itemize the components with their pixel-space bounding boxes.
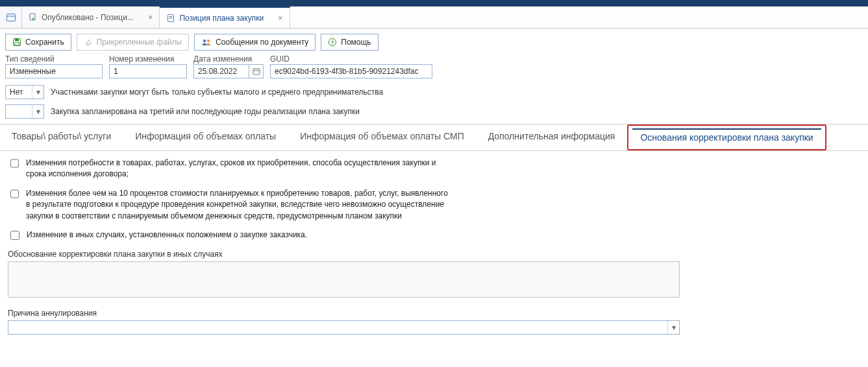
change-date-field[interactable] (193, 64, 249, 78)
checkbox-row-2: Изменения более чем на 10 процентов стои… (8, 188, 449, 222)
svg-text:?: ? (331, 40, 334, 45)
header-fields-row: Тип сведений Номер изменения Дата измене… (0, 54, 868, 81)
guid-field (270, 64, 432, 78)
chevron-down-icon[interactable]: ▾ (667, 321, 679, 334)
guid-label: GUID (270, 54, 432, 64)
checkbox-needs-change[interactable] (10, 159, 19, 168)
calendar-icon[interactable] (249, 64, 264, 78)
checkbox-label: Изменения потребности в товарах, работах… (26, 158, 449, 180)
document-arrow-icon (29, 13, 38, 22)
messages-button[interactable]: Сообщения по документу (194, 34, 316, 51)
section-tabs: Товары\ работы\ услуги Информация об объ… (0, 124, 868, 151)
document-tab-strip: Опубликовано - Позици... × Позиция плана… (0, 6, 868, 29)
type-label: Тип сведений (5, 54, 103, 64)
thirdyear-combo[interactable]: ▾ (5, 104, 44, 119)
close-icon[interactable]: × (148, 12, 153, 22)
tab-published-positions[interactable]: Опубликовано - Позици... × (22, 6, 160, 28)
thirdyear-row: ▾ Закупка запланирована на третий или по… (0, 101, 868, 120)
justification-textarea[interactable] (8, 261, 680, 298)
thirdyear-label: Закупка запланирована на третий или посл… (51, 107, 360, 116)
help-button[interactable]: ? Помощь (321, 34, 378, 51)
tab-volumes-smb[interactable]: Информация об объемах оплаты СМП (288, 124, 477, 150)
help-icon: ? (328, 38, 337, 47)
people-icon (201, 38, 212, 47)
toolbar: Сохранить Прикрепленные файлы Сообщения … (0, 29, 868, 54)
content-area: Изменения потребности в товарах, работах… (0, 151, 868, 341)
change-date-label: Дата изменения (193, 54, 264, 64)
svg-rect-13 (253, 69, 260, 75)
tab-label: Позиция плана закупки (179, 14, 264, 23)
button-label: Прикрепленные файлы (97, 38, 182, 47)
checkbox-other-cases[interactable] (10, 231, 19, 240)
cancel-reason-combo[interactable]: ▾ (8, 320, 680, 335)
tab-plan-position[interactable]: Позиция плана закупки × (160, 6, 290, 28)
checkbox-row-3: Изменение в иных случаях, установленных … (8, 230, 449, 242)
change-no-field[interactable] (109, 64, 187, 78)
tab-volumes[interactable]: Информация об объемах оплаты (123, 124, 288, 150)
justification-label: Обоснование корректировки плана закупки … (8, 250, 860, 259)
combo-value: Нет (6, 88, 32, 97)
chevron-down-icon[interactable]: ▾ (32, 86, 43, 99)
tab-label: Опубликовано - Позици... (42, 13, 134, 22)
change-no-label: Номер изменения (109, 54, 187, 64)
svg-point-9 (203, 40, 206, 42)
svg-point-10 (207, 40, 210, 42)
smb-row: Нет ▾ Участниками закупки могут быть тол… (0, 81, 868, 101)
checkbox-label: Изменения более чем на 10 процентов стои… (26, 188, 449, 222)
document-icon (166, 14, 175, 23)
checkbox-label: Изменение в иных случаях, установленных … (27, 230, 307, 241)
checkbox-cost-change-10pct[interactable] (10, 189, 19, 198)
svg-rect-8 (15, 43, 19, 45)
attachments-button: Прикрепленные файлы (77, 34, 190, 51)
attachment-icon (84, 38, 93, 47)
type-field (5, 64, 103, 78)
svg-rect-0 (6, 14, 15, 21)
close-icon[interactable]: × (278, 13, 283, 23)
smb-combo[interactable]: Нет ▾ (5, 85, 44, 99)
save-button[interactable]: Сохранить (5, 34, 71, 51)
button-label: Сохранить (25, 38, 64, 47)
window-top-bar (0, 0, 868, 6)
button-label: Помощь (341, 38, 371, 47)
svg-rect-7 (15, 39, 19, 41)
tabs-home-icon[interactable] (0, 6, 22, 28)
button-label: Сообщения по документу (216, 38, 308, 47)
cancel-reason-label: Причина аннулирования (8, 309, 860, 318)
tab-additional[interactable]: Дополнительная информация (477, 124, 628, 150)
chevron-down-icon[interactable]: ▾ (32, 105, 43, 118)
tab-goods[interactable]: Товары\ работы\ услуги (0, 124, 123, 150)
save-icon (12, 38, 21, 47)
smb-label: Участниками закупки могут быть только су… (51, 88, 383, 97)
tab-correction-basis[interactable]: Основания корректировки плана закупки (627, 124, 826, 150)
checkbox-row-1: Изменения потребности в товарах, работах… (8, 158, 449, 180)
